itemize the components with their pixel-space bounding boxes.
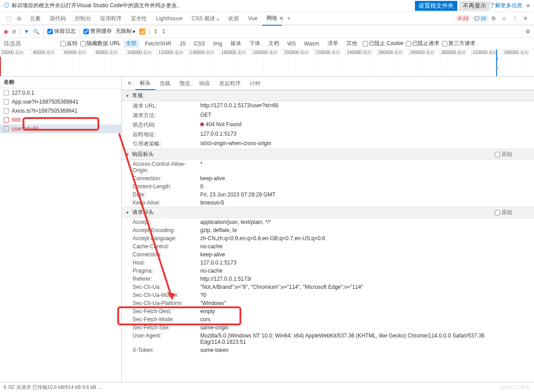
tab-vue[interactable]: Vue [244,12,262,25]
timeline-track [497,57,498,60]
download-icon[interactable]: ↧ [161,28,166,35]
close-notification-icon[interactable]: ✕ [526,3,530,9]
filter-type-media[interactable]: 媒体 [228,39,244,48]
header-value: keep-alive [200,175,530,182]
tab-sources[interactable]: 源代码 [45,12,70,25]
header-key: Sec-Fetch-Site: [133,324,200,331]
header-value: 404 Not Found [200,121,530,129]
timeline-start-marker [0,57,1,76]
throttle-select[interactable]: 无限制 ▾ [115,27,135,35]
filter-type-doc[interactable]: 文档 [266,39,282,48]
close-tab-icon[interactable]: ✕ [279,15,284,22]
request-icon [4,99,9,105]
triangle-down-icon: ▼ [125,210,129,215]
message-badge[interactable]: 28 [472,15,488,22]
record-icon[interactable]: ◉ [4,28,8,35]
tab-lighthouse[interactable]: Lighthouse [152,12,187,25]
add-tab-icon[interactable]: + [284,15,294,22]
device-icon[interactable]: ⧉ [14,15,23,22]
filter-icon[interactable]: ▼ [24,28,29,35]
tab-css-overview[interactable]: CSS 概述 ▵ [187,12,224,25]
status-bar: 6 /32 次请求 已传输10.6 kB/514 kB 9.6 kB ... @… [0,382,534,392]
tab-elements[interactable]: 元素 [25,12,45,25]
filter-type-font[interactable]: 字体 [247,39,263,48]
third-party-checkbox[interactable]: 第三方请求 [442,40,475,47]
filter-type-css[interactable]: CSS [191,40,208,47]
header-value: strict-origin-when-cross-origin [200,140,530,148]
header-key: Content-Length: [133,183,200,190]
request-item[interactable]: 888 [0,115,121,124]
settings-icon[interactable]: ⚙ [488,15,499,22]
header-key: Connection: [133,251,200,258]
header-value: 127.0.0.1:5173 [200,260,530,266]
header-key: Referer: [133,276,200,282]
blocked-cookies-checkbox[interactable]: 已阻止 Cookie [363,40,404,47]
filter-type-ws[interactable]: WS [285,40,299,47]
request-list-header[interactable]: 名称 [0,77,121,88]
learn-more-link[interactable]: 了解更多信息 [490,2,522,9]
timeline-tick: 120000毫秒 [157,50,189,57]
header-row: Cache-Control:no-cache [122,242,534,251]
error-badge[interactable]: 23 [456,15,470,22]
header-value: Mozilla/5.0 (Windows NT 10.0; Win64; x64… [200,333,530,345]
set-root-folder-button[interactable]: 设置根文件夹 [415,1,457,11]
response-raw-checkbox[interactable]: 原始 [495,150,512,158]
detail-tab-timing[interactable]: 计时 [245,77,265,90]
tab-application[interactable]: 应用程序 [96,12,126,25]
wifi-icon[interactable]: 📶 [139,28,146,35]
clear-icon[interactable]: ⊘ [12,28,16,35]
invert-checkbox[interactable]: 反转 [60,40,78,47]
request-item[interactable]: App.vue?t=1687505369841 [0,97,121,106]
search-icon[interactable]: 🔍 [33,28,40,35]
detail-tab-initiator[interactable]: 发起程序 [215,77,245,90]
network-settings-icon[interactable]: ⚙ [525,28,530,35]
detail-tab-preview[interactable]: 预览 [175,77,195,90]
detail-tab-headers[interactable]: 标头 [135,77,155,90]
filter-type-img[interactable]: Img [211,40,225,47]
tab-console[interactable]: 控制台 [70,12,96,25]
request-headers-section-header[interactable]: ▼ 请求标头 原始 [122,207,534,218]
header-row: Connection:keep-alive [122,174,534,182]
tab-welcome[interactable]: 欢迎 [224,12,244,25]
header-key: Accept-Language: [133,235,200,242]
response-headers-section-header[interactable]: ▼ 响应标头 原始 [122,149,534,160]
header-row: Sec-Ch-Ua-Platform:"Windows" [122,299,534,307]
timeline-tick: 300000毫秒 [440,50,471,57]
request-raw-checkbox[interactable]: 原始 [495,209,512,216]
filter-type-other[interactable]: 其他 [344,39,360,48]
request-name: 888 [12,117,21,123]
request-item[interactable]: Axios.ts?t=1687505369841 [0,106,121,115]
more-icon[interactable]: ⋮ [510,15,520,22]
header-value: empty [200,308,530,315]
filter-type-manifest[interactable]: 清单 [325,39,341,48]
detail-tab-response[interactable]: 响应 [195,77,215,90]
close-detail-icon[interactable]: ✕ [124,80,135,87]
filter-type-js[interactable]: JS [177,40,189,47]
filter-type-all[interactable]: 全部 [123,39,139,48]
timeline[interactable]: 20000毫秒40000毫秒60000毫秒80000毫秒100000毫秒1200… [0,50,534,77]
dont-show-button[interactable]: 不再显示 [459,1,490,11]
filter-type-fetch[interactable]: Fetch/XHR [142,40,174,47]
timeline-tick: 260000毫秒 [377,50,409,57]
chevron-down-icon: ▾ [133,28,135,35]
request-item[interactable]: 127.0.0.1 [0,88,121,97]
preserve-log-checkbox[interactable]: 保留日志 [47,27,76,35]
header-key: Sec-Fetch-Dest: [133,308,200,315]
filter-type-wasm[interactable]: Wasm [301,40,322,47]
header-value: "Not.A/Brand";v="8", "Chromium";v="114",… [200,284,530,290]
hide-data-url-checkbox[interactable]: 隐藏数据 URL [80,40,120,47]
header-row: Access-Control-Allow-Origin:* [122,160,534,174]
header-key: 请求方法: [133,112,200,119]
blocked-requests-checkbox[interactable]: 已阻止请求 [406,40,439,47]
general-section-header[interactable]: ▼ 常规 [122,90,534,101]
upload-icon[interactable]: ↥ [153,28,158,35]
filter-input[interactable] [4,40,58,47]
close-devtools-icon[interactable]: ✕ [520,15,530,22]
inspect-icon[interactable]: ⬚ [4,15,13,22]
header-value: no-cache [200,268,530,274]
detail-tab-payload[interactable]: 负载 [155,77,175,90]
request-item[interactable]: user?id=66 [0,124,121,133]
feedback-icon[interactable]: ☺ [499,15,510,22]
disable-cache-checkbox[interactable]: 禁用缓存 [83,27,112,35]
tab-security[interactable]: 安全性 [126,12,152,25]
